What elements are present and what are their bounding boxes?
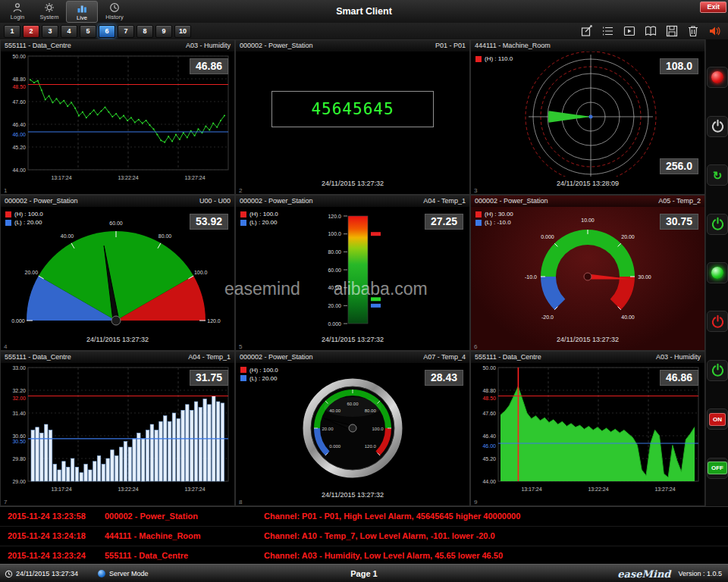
panel-number: 2 [239,187,242,194]
panel-channel: U00 - U00 [199,196,231,207]
brand-logo: easeMind [617,568,670,580]
panel-station: 000002 - Power_Station [240,40,313,52]
svg-text:13:27:24: 13:27:24 [184,487,205,492]
power-red-button[interactable] [707,311,728,332]
panel-timestamp: 24/11/2015 13:28:09 [471,180,704,187]
svg-text:40.00: 40.00 [61,234,74,239]
tab-9[interactable]: 9 [155,25,172,38]
toolbar-play-button[interactable] [622,24,637,38]
panel-timestamp: 24/11/2015 13:27:32 [1,336,234,343]
svg-text:29.00: 29.00 [12,478,26,483]
panel-station: 555111 - Data_Centre [5,352,71,363]
svg-text:13:27:24: 13:27:24 [654,487,675,492]
tab-bar: 12345678910 [0,23,728,39]
alarm-row[interactable]: 2015-11-24 13:24:18444111 - Machine_Room… [0,527,728,546]
alarm-light-button[interactable] [707,67,728,88]
tab-6[interactable]: 6 [99,25,115,38]
legend-swatch [475,56,482,62]
legend-swatch [240,375,246,381]
svg-text:100.0: 100.0 [328,232,341,237]
exit-button[interactable]: Exit [700,2,726,13]
tab-1[interactable]: 1 [4,25,20,38]
edit-icon [580,24,594,38]
digital-readout: 45645645 [271,91,434,127]
panel-thermometer: 000002 - Power_StationA04 - Temp_1 0.000… [235,195,470,350]
tab-5[interactable]: 5 [80,25,96,38]
svg-text:46.00: 46.00 [12,132,26,137]
power-gray-button[interactable] [707,116,728,137]
svg-text:100.0: 100.0 [194,270,208,275]
value-badge: 28.43 [425,370,463,386]
legend-row: (H) : 100.0 [240,211,278,217]
svg-text:13:27:24: 13:27:24 [184,175,205,180]
value-badge: 46.86 [660,370,698,386]
legend-text: (H) : 110.0 [485,55,513,62]
tab-4[interactable]: 4 [61,25,77,38]
svg-text:48.50: 48.50 [12,84,26,89]
legend: (H) : 100.0(L) : 20.00 [240,211,278,227]
title-bar: Login System Live History Smart Client E… [0,0,728,23]
panel-body: 50.0048.8048.5047.6046.4046.0045.2044.00… [471,363,704,505]
svg-text:-10.0: -10.0 [525,274,537,280]
toolbar-trash-button[interactable] [686,24,701,38]
status-light-button[interactable] [707,262,728,283]
tab-10[interactable]: 10 [174,25,191,38]
svg-text:-20.0: -20.0 [541,314,554,320]
legend-row: (H) : 110.0 [475,55,513,62]
panel-number: 3 [474,187,477,194]
svg-text:45.20: 45.20 [12,145,26,150]
legend-text: (H) : 100.0 [249,367,278,374]
alarm-row[interactable]: 2015-11-24 13:23:58000002 - Power_Statio… [0,507,728,527]
panel-body: 33.0032.2032.0031.4030.6030.5029.8029.00… [1,363,234,505]
svg-text:48.80: 48.80 [482,387,496,393]
legend-text: (L) : 20.00 [249,375,277,382]
panel-number: 1 [4,187,7,194]
toolbar [579,24,724,38]
play-icon [623,24,636,38]
svg-text:0.000: 0.000 [541,234,554,239]
svg-text:44.00: 44.00 [482,478,496,483]
panel-channel: A03 - Humidity [656,352,701,363]
svg-text:20.00: 20.00 [328,303,341,308]
legend-row: (L) : 20.00 [240,375,278,382]
value-badge: 108.0 [660,58,698,74]
green-light-icon [711,267,723,279]
panel-timestamp: 24/11/2015 13:27:32 [471,336,704,343]
legend-swatch [475,220,482,226]
alarm-message: Channel: A10 - Temp_7, Low Level Alarm, … [264,527,728,546]
app-title: Smart Client [0,6,728,17]
on-button[interactable]: ON [707,408,728,430]
tab-8[interactable]: 8 [136,25,153,38]
power-green-button-1[interactable] [707,214,728,235]
off-button[interactable]: OFF [707,458,728,479]
red-light-icon [711,71,723,83]
svg-text:10.00: 10.00 [581,217,595,223]
tab-3[interactable]: 3 [42,25,58,38]
tab-7[interactable]: 7 [118,25,134,38]
svg-text:50.00: 50.00 [12,54,26,59]
legend-row: (H) : 100.0 [5,211,43,217]
refresh-button[interactable]: ↻ [707,164,728,186]
toolbar-audio-button[interactable] [707,24,722,38]
panel-station: 000002 - Power_Station [240,196,313,207]
trash-icon [686,24,700,38]
power-green-button-2[interactable] [707,360,728,381]
value-badge: 30.75 [660,214,698,230]
alarm-list: 2015-11-24 13:23:58000002 - Power_Statio… [0,506,728,565]
toolbar-list-button[interactable] [601,24,616,38]
svg-text:20.00: 20.00 [25,270,39,275]
tab-2[interactable]: 2 [23,25,39,38]
toolbar-save-button[interactable] [664,24,679,38]
panel-body: 50.0048.8048.5047.6046.4046.0045.2044.00… [1,52,234,194]
panel-station: 555111 - Data_Centre [5,40,71,52]
legend-row: (H) : 30.00 [475,211,513,217]
toolbar-book-button[interactable] [643,24,658,38]
value-badge: 31.75 [190,370,228,386]
legend: (H) : 110.0 [475,55,513,64]
alarm-time: 2015-11-24 13:23:58 [0,507,105,526]
svg-text:60.00: 60.00 [328,268,341,273]
svg-text:48.80: 48.80 [12,77,26,82]
legend-text: (H) : 100.0 [249,211,278,217]
legend: (H) : 30.00(L) : -10.0 [475,211,513,227]
toolbar-edit-button[interactable] [579,24,595,38]
